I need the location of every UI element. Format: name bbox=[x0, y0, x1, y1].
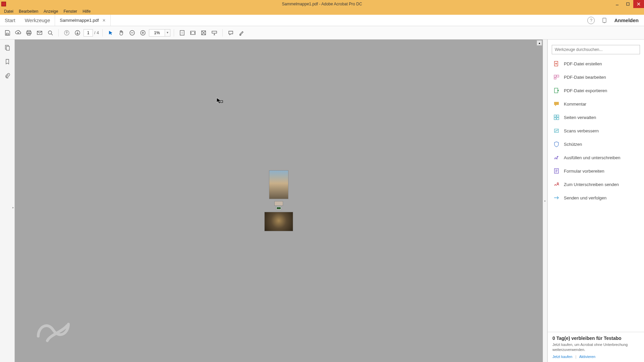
zoom-dropdown-icon[interactable]: ▼ bbox=[165, 29, 170, 36]
tool-item-send-sign[interactable]: Zum Unterschreiben senden bbox=[548, 178, 644, 191]
search-icon[interactable] bbox=[46, 28, 55, 38]
fit-page-icon[interactable] bbox=[177, 28, 187, 38]
toolbar: / 4 ▼ bbox=[0, 26, 644, 40]
left-panel-expand-handle[interactable]: ▸ bbox=[11, 201, 15, 214]
next-page-icon[interactable] bbox=[73, 28, 82, 38]
svg-rect-31 bbox=[554, 78, 556, 79]
comment-icon[interactable] bbox=[226, 28, 235, 38]
tool-item-label: Ausfüllen und unterschreiben bbox=[564, 155, 620, 160]
tab-document[interactable]: Sammelmappe1.pdf ✕ bbox=[55, 15, 110, 26]
tool-item-label: Zum Unterschreiben senden bbox=[564, 182, 619, 187]
tool-item-protect[interactable]: Schützen bbox=[548, 137, 644, 151]
svg-rect-35 bbox=[554, 118, 556, 120]
help-icon[interactable]: ? bbox=[587, 17, 595, 24]
minimize-button[interactable] bbox=[612, 0, 623, 8]
scroll-mode-icon[interactable] bbox=[199, 28, 208, 38]
close-button[interactable] bbox=[633, 0, 644, 8]
zoom-out-icon[interactable] bbox=[127, 28, 137, 38]
hand-tool-icon[interactable] bbox=[117, 28, 126, 38]
attachments-panel-icon[interactable] bbox=[3, 72, 11, 80]
zoom-value-input[interactable] bbox=[149, 29, 165, 36]
tab-start[interactable]: Start bbox=[0, 15, 20, 26]
menu-hilfe[interactable]: Hilfe bbox=[80, 9, 93, 14]
highlight-icon[interactable] bbox=[237, 28, 246, 38]
prev-page-icon[interactable] bbox=[62, 28, 71, 38]
window-title: Sammelmappe1.pdf - Adobe Acrobat Pro DC bbox=[282, 2, 362, 6]
tool-item-label: Schützen bbox=[564, 142, 582, 147]
menu-bar: Datei Bearbeiten Anzeige Fenster Hilfe bbox=[0, 8, 644, 15]
promo-activate-link[interactable]: Aktivieren bbox=[579, 355, 595, 359]
page-current-input[interactable] bbox=[84, 29, 93, 37]
svg-rect-8 bbox=[26, 32, 31, 34]
menu-datei[interactable]: Datei bbox=[1, 9, 16, 14]
promo-text: Jetzt kaufen, um Acrobat ohne Unterbrech… bbox=[552, 342, 639, 352]
thumbnails-panel-icon[interactable] bbox=[3, 44, 11, 52]
tool-item-fill-sign[interactable]: Ausfüllen und unterschreiben bbox=[548, 151, 644, 164]
menu-anzeige[interactable]: Anzeige bbox=[41, 9, 61, 14]
menu-fenster[interactable]: Fenster bbox=[61, 9, 80, 14]
app-icon bbox=[1, 2, 6, 6]
prepare-form-icon bbox=[553, 168, 560, 174]
tool-item-label: Seiten verwalten bbox=[564, 115, 596, 120]
tool-item-prepare-form[interactable]: Formular vorbereiten bbox=[548, 164, 644, 178]
tools-panel: PDF-Datei erstellenPDF-Datei bearbeitenP… bbox=[547, 40, 644, 362]
tool-item-send-track[interactable]: Senden und verfolgen bbox=[548, 191, 644, 204]
svg-rect-26 bbox=[6, 46, 9, 50]
notification-icon[interactable] bbox=[601, 17, 607, 23]
tool-item-label: PDF-Datei exportieren bbox=[564, 88, 607, 93]
scroll-up-icon[interactable]: ▴ bbox=[537, 40, 542, 46]
send-sign-icon bbox=[553, 181, 560, 188]
cursor-overlay bbox=[216, 97, 223, 105]
svg-rect-6 bbox=[6, 33, 8, 35]
svg-point-42 bbox=[557, 183, 558, 184]
comment-icon bbox=[553, 101, 560, 107]
bookmarks-panel-icon[interactable] bbox=[3, 58, 11, 66]
maximize-button[interactable] bbox=[623, 0, 633, 8]
zoom-select[interactable]: ▼ bbox=[149, 29, 170, 37]
zoom-in-icon[interactable] bbox=[138, 28, 148, 38]
tool-item-edit-pdf[interactable]: PDF-Datei bearbeiten bbox=[548, 70, 644, 84]
tab-document-close-icon[interactable]: ✕ bbox=[102, 18, 106, 23]
tool-item-enhance-scans[interactable]: Scans verbessern bbox=[548, 124, 644, 137]
left-navigation-rail: ▸ bbox=[0, 40, 15, 362]
app-body: ▸ ▴ ▸ PDF-Datei erstellenPDF-Datei bearb… bbox=[0, 40, 644, 362]
tool-item-organize-pages[interactable]: Seiten verwalten bbox=[548, 111, 644, 124]
window-controls bbox=[612, 0, 644, 8]
tool-item-label: PDF-Datei erstellen bbox=[564, 61, 602, 66]
select-tool-icon[interactable] bbox=[106, 28, 115, 38]
read-mode-icon[interactable] bbox=[210, 28, 219, 38]
title-bar: Sammelmappe1.pdf - Adobe Acrobat Pro DC bbox=[0, 0, 644, 8]
tab-bar: Start Werkzeuge Sammelmappe1.pdf ✕ ? Anm… bbox=[0, 15, 644, 26]
trial-promo: 0 Tag(e) verbleiben für Testabo Jetzt ka… bbox=[548, 332, 644, 362]
email-icon[interactable] bbox=[35, 28, 44, 38]
svg-rect-30 bbox=[557, 75, 559, 77]
svg-rect-27 bbox=[220, 101, 223, 103]
document-view[interactable]: ▴ bbox=[15, 40, 543, 362]
svg-line-12 bbox=[51, 34, 53, 35]
tool-item-comment[interactable]: Kommentar bbox=[548, 97, 644, 111]
export-pdf-icon bbox=[553, 87, 560, 94]
promo-buy-link[interactable]: Jetzt kaufen bbox=[552, 355, 572, 359]
save-icon[interactable] bbox=[3, 28, 12, 38]
right-panel-collapse-handle[interactable]: ▸ bbox=[543, 40, 547, 362]
organize-pages-icon bbox=[553, 114, 560, 121]
cloud-upload-icon[interactable] bbox=[13, 28, 23, 38]
tool-item-create-pdf[interactable]: PDF-Datei erstellen bbox=[548, 57, 644, 70]
svg-point-11 bbox=[48, 31, 52, 34]
tools-list: PDF-Datei erstellenPDF-Datei bearbeitenP… bbox=[548, 57, 644, 332]
print-icon[interactable] bbox=[24, 28, 34, 38]
svg-rect-36 bbox=[557, 118, 559, 120]
page-thumbnail-3 bbox=[276, 207, 281, 209]
page-thumbnail-4 bbox=[265, 212, 293, 231]
fit-width-icon[interactable] bbox=[188, 28, 198, 38]
svg-rect-1 bbox=[627, 3, 629, 5]
page-separator: / bbox=[94, 31, 95, 35]
promo-title: 0 Tag(e) verbleiben für Testabo bbox=[552, 336, 639, 341]
svg-rect-4 bbox=[603, 18, 606, 22]
tab-werkzeuge[interactable]: Werkzeuge bbox=[20, 15, 55, 26]
svg-rect-34 bbox=[557, 115, 559, 117]
tools-search-input[interactable] bbox=[552, 45, 640, 54]
menu-bearbeiten[interactable]: Bearbeiten bbox=[16, 9, 41, 14]
tool-item-export-pdf[interactable]: PDF-Datei exportieren bbox=[548, 84, 644, 97]
signin-button[interactable]: Anmelden bbox=[614, 17, 639, 23]
